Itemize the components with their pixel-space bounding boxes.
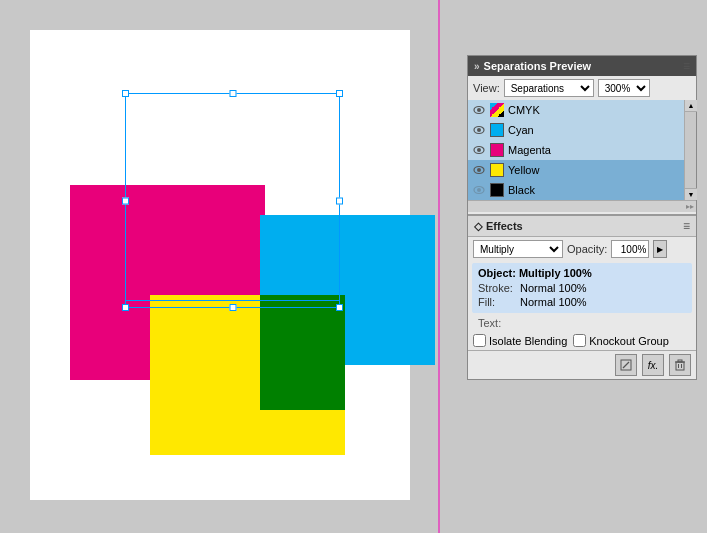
stroke-value: Normal 100% bbox=[520, 282, 587, 294]
fill-label: Fill: bbox=[478, 296, 520, 308]
svg-point-9 bbox=[477, 188, 481, 192]
effects-header: ◇ Effects ≡ bbox=[468, 216, 696, 237]
effects-title: ◇ Effects bbox=[474, 220, 523, 233]
text-label: Text: bbox=[478, 317, 501, 329]
svg-point-1 bbox=[477, 108, 481, 112]
knockout-group-checkbox[interactable] bbox=[573, 334, 586, 347]
panel-header: » Separations Preview ≡ bbox=[468, 56, 696, 76]
sep-item-black[interactable]: Black bbox=[468, 180, 684, 200]
stroke-row: Stroke: Normal 100% bbox=[478, 281, 686, 295]
sep-name-yellow: Yellow bbox=[508, 164, 680, 176]
svg-point-3 bbox=[477, 128, 481, 132]
color-swatch-magenta bbox=[490, 143, 504, 157]
view-label: View: bbox=[473, 82, 500, 94]
checkbox-row: Isolate Blending Knockout Group bbox=[468, 331, 696, 350]
scroll-up-arrow[interactable]: ▲ bbox=[685, 100, 697, 112]
text-section: Text: bbox=[468, 315, 696, 331]
artboard bbox=[30, 30, 410, 500]
sep-name-cyan: Cyan bbox=[508, 124, 680, 136]
scroll-down-arrow[interactable]: ▼ bbox=[685, 188, 697, 200]
color-swatch-yellow bbox=[490, 163, 504, 177]
fill-value: Normal 100% bbox=[520, 296, 587, 308]
canvas-area bbox=[0, 0, 440, 533]
isolate-blending-item: Isolate Blending bbox=[473, 334, 567, 347]
svg-rect-14 bbox=[678, 360, 682, 362]
object-info-box: Object: Multiply 100% Stroke: Normal 100… bbox=[472, 263, 692, 313]
eye-icon-cmyk[interactable] bbox=[472, 103, 486, 117]
blend-opacity-row: Multiply Normal Screen Overlay Opacity: … bbox=[468, 237, 696, 261]
panel-menu-button[interactable]: ≡ bbox=[683, 59, 690, 73]
sep-item-cmyk[interactable]: CMYK bbox=[468, 100, 684, 120]
sep-name-magenta: Magenta bbox=[508, 144, 680, 156]
vertical-guide-line bbox=[438, 0, 440, 533]
blend-mode-select[interactable]: Multiply Normal Screen Overlay bbox=[473, 240, 563, 258]
object-info-title: Object: Multiply 100% bbox=[478, 267, 686, 279]
eye-icon-magenta[interactable] bbox=[472, 143, 486, 157]
color-swatch-cyan bbox=[490, 123, 504, 137]
separations-panel: » Separations Preview ≡ View: Separation… bbox=[467, 55, 697, 380]
green-overlap bbox=[260, 295, 345, 410]
color-swatch-black bbox=[490, 183, 504, 197]
delete-button[interactable] bbox=[669, 354, 691, 376]
horizontal-scroll-area: ▸▸ bbox=[468, 200, 696, 212]
eye-icon-black[interactable] bbox=[472, 183, 486, 197]
play-button[interactable]: ▶ bbox=[653, 240, 667, 258]
effects-bottom-toolbar: fx. bbox=[468, 350, 696, 379]
fill-row: Fill: Normal 100% bbox=[478, 295, 686, 309]
stroke-label: Stroke: bbox=[478, 282, 520, 294]
svg-point-7 bbox=[477, 168, 481, 172]
effects-menu-button[interactable]: ≡ bbox=[683, 219, 690, 233]
sep-list-items: CMYK Cyan Magenta bbox=[468, 100, 684, 200]
zoom-select[interactable]: 300% 100% 200% 400% bbox=[598, 79, 650, 97]
view-row: View: Separations In-RIP Separations 300… bbox=[468, 76, 696, 100]
effects-panel: ◇ Effects ≡ Multiply Normal Screen Overl… bbox=[468, 214, 696, 379]
svg-point-5 bbox=[477, 148, 481, 152]
separations-list-container: CMYK Cyan Magenta bbox=[468, 100, 696, 212]
opacity-label: Opacity: bbox=[567, 243, 607, 255]
panel-title: Separations Preview bbox=[484, 60, 683, 72]
fx-label: fx. bbox=[648, 360, 659, 371]
svg-rect-12 bbox=[676, 362, 684, 370]
knockout-group-label: Knockout Group bbox=[589, 335, 669, 347]
sep-list-scrollbar: ▲ ▼ bbox=[684, 100, 696, 200]
sep-name-cmyk: CMYK bbox=[508, 104, 680, 116]
sep-item-cyan[interactable]: Cyan bbox=[468, 120, 684, 140]
svg-line-11 bbox=[623, 362, 629, 368]
edit-button[interactable] bbox=[615, 354, 637, 376]
effects-label: Effects bbox=[486, 220, 523, 232]
panel-collapse-arrow[interactable]: » bbox=[474, 61, 480, 72]
crosshair-h bbox=[125, 300, 340, 301]
isolate-blending-label: Isolate Blending bbox=[489, 335, 567, 347]
view-select[interactable]: Separations In-RIP Separations bbox=[504, 79, 594, 97]
opacity-input[interactable] bbox=[611, 240, 649, 258]
sep-item-magenta[interactable]: Magenta bbox=[468, 140, 684, 160]
diamond-icon: ◇ bbox=[474, 220, 482, 233]
sep-name-black: Black bbox=[508, 184, 680, 196]
cmyk-swatch bbox=[490, 103, 504, 117]
knockout-group-item: Knockout Group bbox=[573, 334, 669, 347]
isolate-blending-checkbox[interactable] bbox=[473, 334, 486, 347]
sep-item-yellow[interactable]: Yellow bbox=[468, 160, 684, 180]
eye-icon-yellow[interactable] bbox=[472, 163, 486, 177]
eye-icon-cyan[interactable] bbox=[472, 123, 486, 137]
scroll-indicator: ▸▸ bbox=[686, 202, 694, 211]
sep-list-wrapper: CMYK Cyan Magenta bbox=[468, 100, 696, 200]
fx-button[interactable]: fx. bbox=[642, 354, 664, 376]
